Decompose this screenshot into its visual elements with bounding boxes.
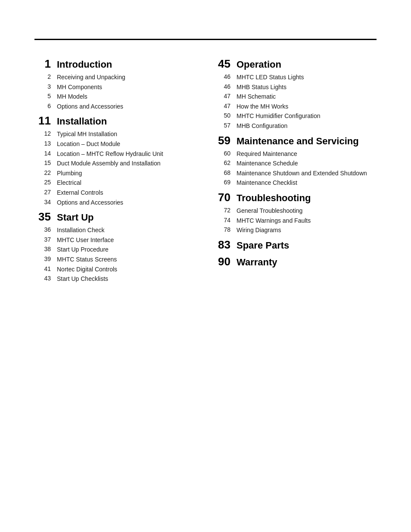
toc-item-row: 34Options and Accessories bbox=[34, 199, 197, 207]
toc-item-row: 47How the MH Works bbox=[214, 103, 377, 111]
toc-item-label: Maintenance Schedule bbox=[237, 159, 298, 168]
toc-item-label: MHB Configuration bbox=[237, 122, 287, 131]
toc-item-label: Start Up Procedure bbox=[57, 246, 109, 254]
toc-item-label: MH Schematic bbox=[237, 93, 276, 101]
toc-item-label: Wiring Diagrams bbox=[237, 226, 281, 235]
toc-heading-row: 59Maintenance and Servicing bbox=[214, 134, 377, 147]
toc-heading-row: 70Troubleshooting bbox=[214, 191, 377, 204]
toc-section: 59Maintenance and Servicing60Required Ma… bbox=[214, 134, 377, 187]
toc-item-label: MH Models bbox=[57, 93, 87, 101]
toc-item-number: 38 bbox=[34, 246, 57, 252]
toc-heading-row: 11Installation bbox=[34, 114, 197, 128]
toc-heading-number: 35 bbox=[34, 210, 57, 224]
toc-item-label: How the MH Works bbox=[237, 103, 288, 111]
toc-item-label: Receiving and Unpacking bbox=[57, 73, 125, 82]
toc-item-row: 39MHTC Status Screens bbox=[34, 255, 197, 264]
toc-item-number: 34 bbox=[34, 199, 57, 205]
toc-heading-number: 59 bbox=[214, 134, 237, 147]
toc-heading-row: 90Warranty bbox=[214, 255, 377, 268]
toc-item-label: Plumbing bbox=[57, 169, 82, 178]
toc-heading-row: 1Introduction bbox=[34, 57, 197, 71]
toc-item-label: Required Maintenance bbox=[237, 150, 297, 159]
toc-heading-number: 45 bbox=[214, 57, 237, 71]
toc-item-number: 43 bbox=[34, 275, 57, 282]
toc-heading-number: 83 bbox=[214, 238, 237, 252]
toc-heading-row: 35Start Up bbox=[34, 210, 197, 224]
toc-item-number: 50 bbox=[214, 112, 237, 119]
toc-item-number: 46 bbox=[214, 73, 237, 80]
toc-item-label: Start Up Checklists bbox=[57, 275, 108, 283]
toc-item-row: 60Required Maintenance bbox=[214, 150, 377, 159]
toc-item-number: 13 bbox=[34, 140, 57, 147]
right-column: 45Operation46MHTC LED Status Lights46MHB… bbox=[214, 57, 377, 287]
toc-item-label: Typical MH Installation bbox=[57, 130, 117, 139]
toc-item-label: Location – Duct Module bbox=[57, 140, 120, 149]
toc-item-number: 27 bbox=[34, 189, 57, 196]
toc-item-number: 37 bbox=[34, 236, 57, 243]
toc-heading-label: Introduction bbox=[57, 59, 112, 70]
toc-item-number: 22 bbox=[34, 169, 57, 176]
toc-item-label: MHTC Warnings and Faults bbox=[237, 217, 311, 225]
divider bbox=[34, 39, 377, 40]
toc-section: 11Installation12Typical MH Installation1… bbox=[34, 114, 197, 207]
toc-item-row: 15Duct Module Assembly and Installation bbox=[34, 159, 197, 168]
toc-item-number: 69 bbox=[214, 179, 237, 186]
toc-item-number: 25 bbox=[34, 179, 57, 186]
toc-item-row: 41Nortec Digital Controls bbox=[34, 265, 197, 274]
toc-item-label: External Controls bbox=[57, 189, 103, 197]
toc-item-number: 46 bbox=[214, 83, 237, 90]
toc-item-number: 74 bbox=[214, 217, 237, 224]
toc-item-number: 47 bbox=[214, 93, 237, 100]
toc-heading-number: 90 bbox=[214, 255, 237, 268]
toc-item-row: 37MHTC User Interface bbox=[34, 236, 197, 245]
toc-item-label: MHTC User Interface bbox=[57, 236, 114, 245]
toc-item-row: 78Wiring Diagrams bbox=[214, 226, 377, 235]
toc-item-row: 62Maintenance Schedule bbox=[214, 159, 377, 168]
toc-item-label: Electrical bbox=[57, 179, 81, 187]
toc-item-number: 5 bbox=[34, 93, 57, 100]
toc-heading-label: Installation bbox=[57, 116, 107, 127]
toc-section: 90Warranty bbox=[214, 255, 377, 268]
toc-item-row: 43Start Up Checklists bbox=[34, 275, 197, 283]
toc-section: 83Spare Parts bbox=[214, 238, 377, 252]
toc-item-number: 78 bbox=[214, 226, 237, 233]
toc-item-row: 3MH Components bbox=[34, 83, 197, 92]
toc-item-number: 60 bbox=[214, 150, 237, 157]
toc-item-label: Options and Accessories bbox=[57, 103, 123, 111]
toc-item-label: Maintenance Shutdown and Extended Shutdo… bbox=[237, 169, 367, 178]
toc-item-number: 41 bbox=[34, 265, 57, 272]
toc-item-number: 36 bbox=[34, 226, 57, 233]
toc-columns: 1Introduction2Receiving and Unpacking3MH… bbox=[34, 57, 377, 287]
toc-section: 1Introduction2Receiving and Unpacking3MH… bbox=[34, 57, 197, 111]
toc-item-row: 6Options and Accessories bbox=[34, 103, 197, 111]
toc-item-row: 68Maintenance Shutdown and Extended Shut… bbox=[214, 169, 377, 178]
toc-item-label: MHB Status Lights bbox=[237, 83, 286, 92]
toc-item-label: Location – MHTC Reflow Hydraulic Unit bbox=[57, 150, 163, 159]
toc-heading-number: 70 bbox=[214, 191, 237, 204]
toc-heading-label: Operation bbox=[237, 59, 281, 70]
toc-item-row: 46MHTC LED Status Lights bbox=[214, 73, 377, 82]
toc-item-label: Options and Accessories bbox=[57, 199, 123, 207]
toc-item-label: MHTC LED Status Lights bbox=[237, 73, 304, 82]
toc-item-row: 50MHTC Humidifier Configuration bbox=[214, 112, 377, 121]
toc-heading-number: 1 bbox=[34, 57, 57, 71]
toc-item-label: MHTC Status Screens bbox=[57, 255, 117, 264]
toc-item-number: 12 bbox=[34, 130, 57, 137]
toc-item-row: 22Plumbing bbox=[34, 169, 197, 178]
toc-item-row: 36Installation Check bbox=[34, 226, 197, 235]
toc-item-label: Installation Check bbox=[57, 226, 105, 235]
toc-item-number: 62 bbox=[214, 159, 237, 166]
toc-heading-label: Troubleshooting bbox=[237, 193, 311, 204]
toc-item-number: 2 bbox=[34, 73, 57, 80]
toc-heading-label: Maintenance and Servicing bbox=[237, 136, 359, 147]
toc-section: 45Operation46MHTC LED Status Lights46MHB… bbox=[214, 57, 377, 131]
toc-item-number: 72 bbox=[214, 207, 237, 214]
toc-heading-row: 83Spare Parts bbox=[214, 238, 377, 252]
toc-heading-row: 45Operation bbox=[214, 57, 377, 71]
toc-item-label: MHTC Humidifier Configuration bbox=[237, 112, 321, 121]
toc-item-number: 68 bbox=[214, 169, 237, 176]
toc-heading-label: Spare Parts bbox=[237, 240, 289, 251]
toc-item-row: 5MH Models bbox=[34, 93, 197, 101]
toc-heading-label: Start Up bbox=[57, 212, 94, 223]
toc-item-row: 47MH Schematic bbox=[214, 93, 377, 101]
